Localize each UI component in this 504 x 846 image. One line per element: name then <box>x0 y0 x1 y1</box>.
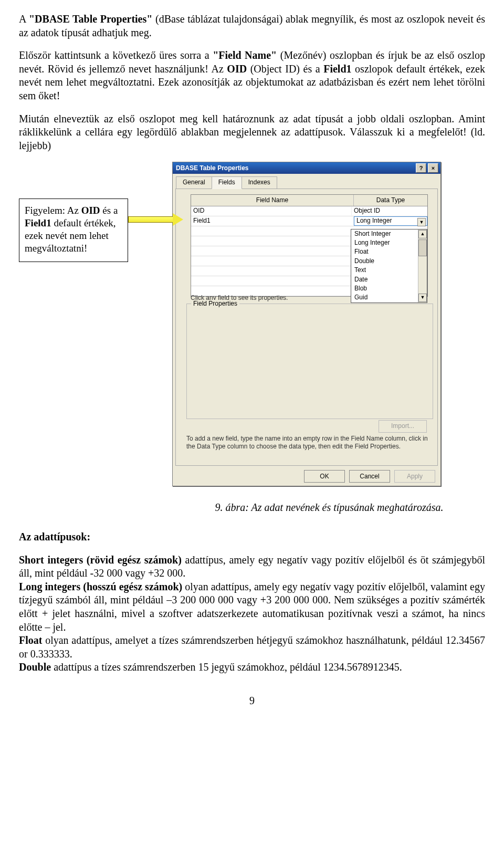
close-button[interactable]: × <box>428 163 438 173</box>
text: Először kattintsunk a következő üres sor… <box>19 49 213 61</box>
text: adattípus a tízes számrendszerben 15 jeg… <box>51 661 402 673</box>
cell-name[interactable]: OID <box>191 207 352 215</box>
text-bold: Short integers (rövid egész számok) <box>19 554 182 566</box>
option-date[interactable]: Date <box>351 275 427 284</box>
text-bold: OID <box>227 63 247 75</box>
paragraph-3: Miután elneveztük az első oszlopot meg k… <box>19 112 485 153</box>
dialog-title: DBASE Table Properties <box>176 164 248 172</box>
figure-caption: 9. ábra: Az adat nevének és típusának me… <box>19 501 485 515</box>
tab-general[interactable]: General <box>176 176 212 189</box>
text: Figyelem: Az <box>25 205 81 216</box>
text-bold: "Field Name" <box>213 49 277 61</box>
dialog-titlebar[interactable]: DBASE Table Properties ? × <box>173 162 440 174</box>
dbase-properties-dialog: DBASE Table Properties ? × General Field… <box>172 162 441 486</box>
tab-strip: General Fields Indexes <box>173 174 440 188</box>
field-properties-title: Field Properties <box>191 300 239 308</box>
callout-arrow-icon <box>128 216 174 223</box>
col-field-name[interactable]: Field Name <box>191 195 354 206</box>
paragraph-2: Először kattintsunk a következő üres sor… <box>19 49 485 102</box>
apply-button[interactable]: Apply <box>394 470 435 483</box>
table-row[interactable]: OID Object ID <box>191 206 427 216</box>
import-button[interactable]: Import... <box>379 420 427 433</box>
text-bold: Field1 <box>323 63 351 75</box>
text-bold: OID <box>81 205 100 216</box>
option-text[interactable]: Text <box>351 266 427 275</box>
close-icon: × <box>432 165 435 171</box>
text: olyan adattípus, amelyet a tízes számren… <box>19 634 485 660</box>
cancel-button[interactable]: Cancel <box>349 470 390 483</box>
cell-name[interactable]: Field1 <box>191 217 354 225</box>
tab-fields[interactable]: Fields <box>212 176 242 189</box>
chevron-down-icon[interactable]: ▼ <box>417 218 426 226</box>
option-guid[interactable]: Guid <box>351 293 427 302</box>
text: A <box>19 13 29 25</box>
text-bold: "DBASE Table Properties" <box>29 13 152 25</box>
text: és a <box>100 205 118 216</box>
text-bold: Long integers (hosszú egész számok) <box>19 581 182 592</box>
field-properties-frame: Field Properties <box>186 304 433 419</box>
option-blob[interactable]: Blob <box>351 284 427 293</box>
text-bold: Float <box>19 634 42 646</box>
scroll-down-icon[interactable]: ▼ <box>418 294 427 302</box>
text-bold: Double <box>19 661 51 673</box>
section-heading: Az adattípusok: <box>19 530 485 544</box>
option-short-integer[interactable]: Short Integer <box>351 229 427 238</box>
datatype-short-integer: Short integers (rövid egész számok) adat… <box>19 553 485 674</box>
footer-hint: To add a new field, type the name into a… <box>186 435 432 451</box>
dropdown-scrollbar[interactable]: ▲ ▼ <box>418 229 427 302</box>
paragraph-1: A "DBASE Table Properties" (dBase tábláz… <box>19 13 485 39</box>
text: (Object ID) és a <box>247 63 323 75</box>
callout-box: Figyelem: Az OID és a Field1 default ért… <box>19 199 128 262</box>
table-row[interactable]: Field1 Long Integer ▼ <box>191 216 427 226</box>
tab-indexes[interactable]: Indexes <box>242 176 277 189</box>
text-bold: Field1 <box>25 217 51 228</box>
scroll-up-icon[interactable]: ▲ <box>418 230 427 238</box>
option-double[interactable]: Double <box>351 257 427 266</box>
help-button[interactable]: ? <box>416 163 426 173</box>
figure-area: Figyelem: Az OID és a Field1 default ért… <box>19 162 485 498</box>
dialog-button-row: OK Cancel Apply <box>304 470 435 483</box>
fields-panel: Field Name Data Type OID Object ID Field… <box>175 189 438 466</box>
cell-type[interactable]: Object ID <box>352 207 427 215</box>
col-data-type[interactable]: Data Type <box>354 195 427 206</box>
help-icon: ? <box>419 165 423 171</box>
ok-button[interactable]: OK <box>304 470 345 483</box>
grid-header: Field Name Data Type <box>191 195 427 206</box>
page-number: 9 <box>19 694 485 708</box>
scroll-thumb[interactable] <box>418 239 427 256</box>
caption-text: 9. ábra: Az adat nevének és típusának me… <box>215 502 444 513</box>
cell-type-active[interactable]: Long Integer ▼ <box>354 216 427 225</box>
option-float[interactable]: Float <box>351 247 427 256</box>
cell-type-value: Long Integer <box>356 217 392 224</box>
data-type-dropdown[interactable]: Short Integer Long Integer Float Double … <box>351 229 427 303</box>
option-long-integer[interactable]: Long Integer <box>351 238 427 247</box>
